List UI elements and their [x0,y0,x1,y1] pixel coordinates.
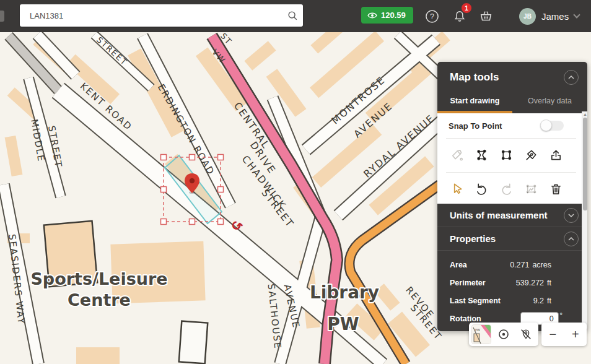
collapse-panel-button[interactable] [564,70,579,85]
upload-tool[interactable] [548,147,564,163]
panel-title: Map tools [450,71,499,84]
fill-tool[interactable] [449,147,465,163]
zoom-group: − + [541,323,587,346]
scrollbar-thumb[interactable] [583,118,587,210]
perimeter-label: Perimeter [450,279,486,287]
menu-edge-icon[interactable] [0,11,4,22]
divider [446,138,576,139]
user-menu[interactable]: JB James [519,6,579,26]
last-segment-unit: ft [547,297,551,305]
map-options-group: PW [469,323,538,346]
eye-icon [367,12,377,19]
help-button[interactable]: ? [423,7,440,25]
map-label: Sports/Leisure [30,269,167,288]
chevron-down-icon [574,11,580,18]
properties-section[interactable]: Properties [437,227,587,251]
panel-header: Map tools [437,62,587,89]
avatar: JB [519,8,536,25]
perimeter-value: 539.272 [516,279,544,287]
divider [446,172,576,173]
expand-units-button[interactable] [564,208,579,223]
search-input[interactable] [20,11,282,20]
properties-section-title: Properties [450,233,496,244]
top-bar: 120.59 ? 1 JB James [0,0,591,32]
panel-scrollbar[interactable]: ▲ ▼ [582,111,587,331]
user-name: James [541,11,569,22]
pen-tool[interactable] [523,147,539,163]
tab-start-drawing[interactable]: Start drawing [437,89,512,113]
property-row-perimeter: Perimeter 539.272 ft [437,274,587,292]
delete-tool[interactable] [548,181,564,197]
question-circle-icon: ? [425,9,439,24]
scroll-up-arrow[interactable]: ▲ [582,111,587,118]
snap-to-point-toggle[interactable] [541,121,564,131]
redo-tool[interactable] [498,181,514,197]
snap-to-point-label: Snap To Point [449,121,502,131]
draw-tools-row [449,145,564,165]
drawing-tools-body: Snap To Point [437,113,587,204]
property-row-last-segment: Last Segment 9.2 ft [437,292,587,310]
property-row-area: Area 0.271 acres [437,256,587,274]
pin-slash-icon [519,327,533,341]
minimap-thumbnail[interactable]: PW [471,324,491,344]
svg-text:PW: PW [475,328,480,332]
magnifier-icon[interactable] [282,10,303,21]
tab-overlay-data[interactable]: Overlay data [512,89,587,113]
last-segment-label: Last Segment [450,297,501,305]
locate-button[interactable] [494,324,514,344]
map-tools-panel: Map tools Start drawing Overlay data Sna… [437,62,587,331]
map-label: PW [327,314,359,334]
area-unit: acres [532,261,551,269]
edit-tools-row [449,179,564,199]
credits-badge[interactable]: 120.59 [361,7,413,24]
degree-symbol: ° [560,312,563,318]
basket-button[interactable] [477,7,494,25]
shopping-basket-icon [479,9,493,23]
credits-value: 120.59 [381,11,406,20]
area-label: Area [450,261,467,269]
units-of-measurement-section[interactable]: Units of measurement [437,204,587,227]
map-label: Centre [68,290,131,310]
last-segment-value: 9.2 [533,297,544,305]
chevron-up-icon [568,76,574,79]
transform-tool[interactable] [523,181,539,197]
map-label: Library [310,282,379,303]
collapse-properties-button[interactable] [564,232,579,246]
target-icon [497,328,510,340]
area-value: 0.271 [510,261,529,269]
select-cursor-tool[interactable] [449,181,465,197]
draw-rectangle-tool[interactable] [498,147,514,163]
perimeter-unit: ft [547,279,551,287]
panel-tabs: Start drawing Overlay data [437,89,587,113]
draw-polygon-tool[interactable] [473,147,489,163]
rotation-label: Rotation [450,314,481,323]
units-section-title: Units of measurement [450,210,548,220]
svg-text:?: ? [430,12,434,20]
properties-body: Area 0.271 acres Perimeter 539.272 ft La… [437,251,587,331]
zoom-out-button[interactable]: − [544,327,561,342]
search-box [20,4,303,27]
zoom-in-button[interactable]: + [567,327,584,342]
undo-tool[interactable] [473,181,489,197]
chevron-down-icon [568,214,574,217]
chevron-up-icon [568,237,574,241]
hide-pin-button[interactable] [516,324,536,344]
notification-count-badge: 1 [461,2,472,14]
